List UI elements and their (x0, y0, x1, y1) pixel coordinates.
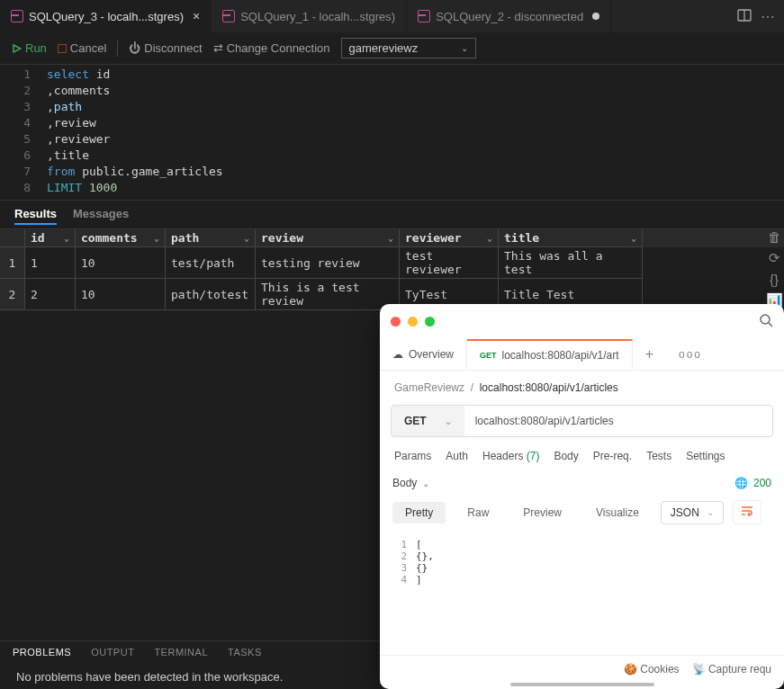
svg-line-3 (769, 323, 772, 327)
close-icon[interactable]: × (193, 9, 200, 23)
output-tab[interactable]: OUTPUT (91, 647, 134, 659)
pm-url-input[interactable]: localhost:8080/api/v1/articles (464, 406, 772, 436)
code-area[interactable]: select id,comments,path,review,reviewer,… (47, 67, 784, 198)
pm-settings-tab[interactable]: Settings (686, 450, 725, 462)
results-tab[interactable]: Results (14, 204, 57, 225)
tasks-tab[interactable]: TASKS (228, 647, 262, 659)
database-select[interactable]: gamereviewz ⌄ (341, 38, 476, 58)
svg-point-2 (761, 315, 770, 324)
postman-window: ☁ Overview GET localhost:8080/api/v1/art… (380, 304, 784, 689)
tab-label: SQLQuery_3 - localh...stgres) (29, 10, 184, 23)
tab-sqlquery1[interactable]: SQLQuery_1 - localh...stgres) (212, 0, 407, 32)
pm-visualize-button[interactable]: Visualize (583, 502, 652, 523)
pm-body-dropdown[interactable]: Body ⌄ (392, 477, 429, 489)
pm-auth-tab[interactable]: Auth (446, 450, 468, 462)
messages-tab[interactable]: Messages (73, 204, 129, 225)
pm-overview-tab[interactable]: ☁ Overview (380, 339, 467, 370)
pm-tabbar: ☁ Overview GET localhost:8080/api/v1/art… (380, 339, 784, 371)
sql-toolbar: Run Cancel ⏻ Disconnect ⇄ Change Connect… (0, 32, 784, 65)
chevron-down-icon: ⌄ (445, 416, 452, 426)
tab-label: SQLQuery_1 - localh...stgres) (240, 10, 395, 23)
line-gutter: 12345678 (0, 67, 47, 198)
pm-scrollbar[interactable] (510, 683, 654, 686)
pm-preview-button[interactable]: Preview (510, 502, 574, 523)
traffic-min-icon[interactable] (408, 317, 418, 327)
problems-tab[interactable]: PROBLEMS (13, 647, 71, 659)
cancel-button[interactable]: Cancel (58, 41, 106, 55)
stop-icon (58, 44, 67, 53)
run-button[interactable]: Run (13, 41, 47, 55)
split-editor-icon[interactable] (737, 8, 752, 25)
search-icon[interactable] (759, 313, 773, 330)
pm-method-select[interactable]: GET ⌄ (392, 406, 464, 436)
trash-icon[interactable]: 🗑 (768, 229, 781, 245)
export-icon[interactable]: {} (770, 272, 779, 287)
traffic-max-icon[interactable] (425, 317, 435, 327)
pm-response-body[interactable]: 1234 [ {}, {}] (380, 533, 784, 591)
pm-wrap-toggle[interactable] (733, 500, 761, 524)
tab-sqlquery3[interactable]: SQLQuery_3 - localh...stgres) × (0, 0, 212, 32)
pm-url-bar: GET ⌄ localhost:8080/api/v1/articles (391, 405, 773, 437)
pm-request-tabs: Params Auth Headers (7) Body Pre-req. Te… (380, 437, 784, 475)
pm-body-tab[interactable]: Body (554, 450, 578, 462)
sql-file-icon (418, 10, 430, 22)
pm-response-bar: Body ⌄ 🌐 200 (380, 475, 784, 491)
pm-pretty-button[interactable]: Pretty (392, 502, 446, 523)
results-sidebar: 🗑 ⟳ {} 📊 (764, 229, 784, 309)
sql-file-icon (11, 10, 23, 22)
pm-status: 🌐 200 (734, 477, 771, 489)
disconnect-button[interactable]: ⏻ Disconnect (129, 41, 202, 55)
results-tabbar: Results Messages (0, 200, 784, 229)
globe-icon: 🌐 (734, 477, 748, 489)
swap-icon: ⇄ (213, 41, 223, 55)
pm-params-tab[interactable]: Params (394, 450, 431, 462)
sql-editor[interactable]: 12345678 select id,comments,path,review,… (0, 65, 784, 200)
disconnect-icon: ⏻ (129, 41, 140, 55)
dirty-indicator-icon (592, 13, 599, 20)
pm-prereq-tab[interactable]: Pre-req. (593, 450, 632, 462)
tab-sqlquery2[interactable]: SQLQuery_2 - disconnected (407, 0, 611, 32)
pm-raw-button[interactable]: Raw (455, 502, 501, 523)
tab-label: SQLQuery_2 - disconnected (436, 10, 583, 23)
overview-icon: ☁ (392, 348, 403, 361)
plus-icon: + (645, 346, 653, 362)
pm-tests-tab[interactable]: Tests (646, 450, 671, 462)
editor-tab-bar: SQLQuery_3 - localh...stgres) × SQLQuery… (0, 0, 784, 32)
pm-footer: 🍪 Cookies 📡 Capture requ (380, 655, 784, 683)
terminal-tab[interactable]: TERMINAL (154, 647, 208, 659)
pm-response-tools: Pretty Raw Preview Visualize JSON⌄ (380, 491, 784, 533)
pm-format-select[interactable]: JSON⌄ (661, 501, 724, 524)
pm-breadcrumb: GameReviewz / localhost:8080/api/v1/arti… (380, 371, 784, 405)
pm-headers-tab[interactable]: Headers (7) (482, 450, 539, 462)
pm-titlebar (380, 304, 784, 339)
pm-cookies-button[interactable]: 🍪 Cookies (624, 663, 680, 676)
pm-capture-button[interactable]: 📡 Capture requ (692, 663, 771, 676)
chevron-down-icon: ⌄ (461, 43, 468, 53)
chevron-down-icon: ⌄ (422, 479, 429, 488)
change-connection-button[interactable]: ⇄ Change Connection (213, 41, 330, 55)
pm-new-tab[interactable]: + (633, 339, 666, 370)
pm-request-tab[interactable]: GET localhost:8080/api/v1/art (467, 339, 633, 370)
sql-file-icon (222, 10, 235, 22)
more-icon: ooo (679, 348, 702, 361)
traffic-close-icon[interactable] (391, 317, 401, 327)
refresh-icon[interactable]: ⟳ (769, 250, 780, 266)
tabbar-actions: ⋯ (737, 0, 784, 32)
results-grid[interactable]: id⌄comments⌄path⌄review⌄reviewer⌄title⌄1… (0, 229, 784, 310)
pm-more-tab[interactable]: ooo (666, 339, 715, 370)
chevron-down-icon: ⌄ (707, 507, 714, 517)
more-icon[interactable]: ⋯ (761, 8, 775, 25)
